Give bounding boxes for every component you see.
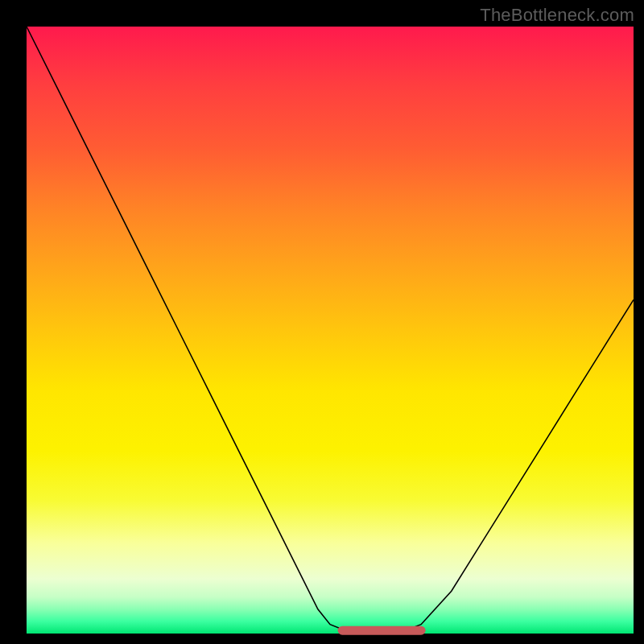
bottleneck-curve (27, 27, 634, 634)
watermark-text: TheBottleneck.com (480, 5, 634, 26)
plot-area (27, 27, 634, 634)
chart-svg (27, 27, 634, 634)
